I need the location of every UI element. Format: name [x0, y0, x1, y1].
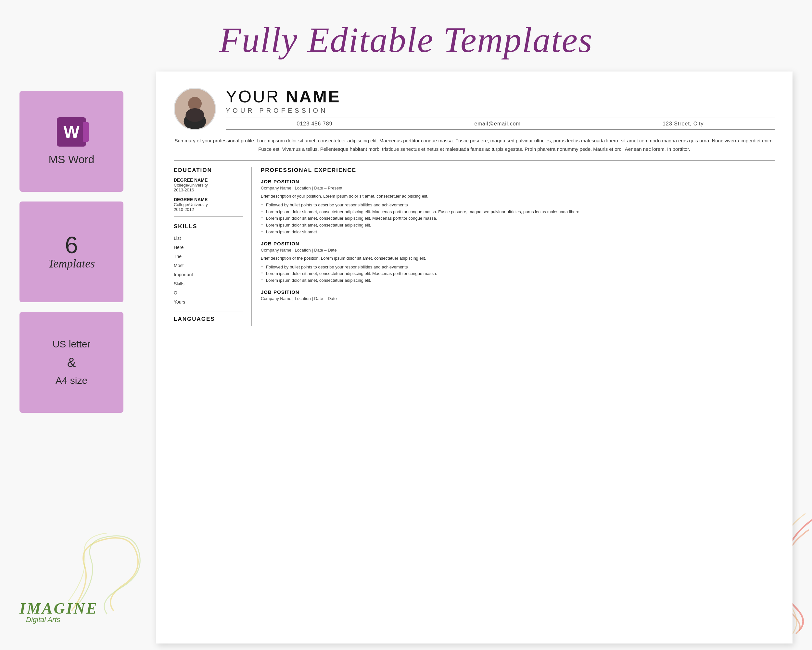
left-panel: W MS Word 6 Templates US letter & A4 siz… [20, 91, 130, 413]
resume-name: YOUR NAME [226, 88, 775, 105]
bullet-1-3: Lorem ipsum dolor sit amet, consectetuer… [266, 215, 775, 222]
skill-8: Yours [174, 297, 243, 306]
job-desc-1: Brief description of your position. Lore… [261, 193, 775, 200]
ms-word-badge: W MS Word [20, 91, 124, 192]
job-desc-2: Brief description of the position. Lorem… [261, 255, 775, 262]
job-bullets-1: Followed by bullet points to describe yo… [261, 202, 775, 236]
logo-main: IMAGINE [20, 599, 98, 617]
title-part1: Fully Editable [219, 20, 443, 60]
resume-columns: EDUCATION DEGREE NAME College/University… [174, 160, 775, 326]
templates-badge: 6 Templates [20, 202, 124, 302]
job-company-2: Company Name | Location | Date – Date [261, 248, 775, 252]
skill-7: Of [174, 288, 243, 297]
divider-2 [174, 311, 243, 311]
edu-entry-2: DEGREE NAME College/University 2010-2012 [174, 197, 243, 212]
job-title-2: JOB POSITION [261, 241, 775, 246]
skill-1: List [174, 234, 243, 243]
resume-col-left: EDUCATION DEGREE NAME College/University… [174, 167, 252, 326]
brand-logo: IMAGINE Digital Arts [20, 599, 98, 624]
divider-1 [174, 216, 243, 217]
edu-degree-2: DEGREE NAME [174, 197, 243, 202]
job-company-3: Company Name | Location | Date – Date [261, 296, 775, 301]
edu-school-2: College/University [174, 202, 243, 207]
name-bold: NAME [286, 87, 341, 106]
size-badge: US letter & A4 size [20, 312, 124, 413]
bullet-1-4: Lorem ipsum dolor sit amet, consectetuer… [266, 222, 775, 229]
edu-degree-1: DEGREE NAME [174, 177, 243, 183]
resume-contact-bar: 0123 456 789 email@email.com 123 Street,… [226, 118, 775, 130]
bullet-2-2: Lorem ipsum dolor sit amet, consectetuer… [266, 271, 775, 277]
templates-number: 6 [65, 233, 78, 257]
templates-label: Templates [48, 257, 95, 271]
svg-point-3 [185, 108, 204, 122]
skill-5: Important [174, 270, 243, 279]
skills-title: SKILLS [174, 223, 243, 230]
ms-word-icon: W [57, 117, 86, 147]
bullet-2-1: Followed by bullet points to describe yo… [266, 264, 775, 271]
job-title-3: JOB POSITION [261, 289, 775, 295]
edu-years-2: 2010-2012 [174, 207, 243, 212]
summary-text: Summary of your professional profile. Lo… [174, 138, 774, 152]
skill-4: Most [174, 261, 243, 270]
contact-address: 123 Street, City [662, 121, 704, 127]
skill-6: Skills [174, 279, 243, 288]
skill-3: The [174, 252, 243, 261]
languages-title: LANGUAGES [174, 316, 243, 323]
page-title: Fully Editable Templates [0, 20, 812, 61]
skill-2: Here [174, 243, 243, 252]
experience-title: PROFESSIONAL EXPERIENCE [261, 167, 775, 174]
word-letter: W [63, 124, 79, 141]
contact-phone: 0123 456 789 [297, 121, 333, 127]
job-company-1: Company Name | Location | Date – Present [261, 185, 775, 190]
size-text: US letter & A4 size [53, 336, 91, 388]
name-regular: YOUR [226, 87, 286, 106]
job-title-1: JOB POSITION [261, 179, 775, 184]
word-icon-bar [83, 122, 89, 142]
ms-word-label: MS Word [48, 153, 94, 166]
contact-email: email@email.com [475, 121, 520, 127]
edu-years-1: 2013-2016 [174, 188, 243, 193]
resume-summary: Summary of your professional profile. Lo… [174, 136, 775, 153]
education-title: EDUCATION [174, 167, 243, 174]
size-line3: A4 size [53, 373, 91, 388]
resume-header: YOUR NAME YOUR PROFESSION 0123 456 789 e… [174, 88, 775, 130]
resume-document: YOUR NAME YOUR PROFESSION 0123 456 789 e… [156, 72, 792, 644]
resume-profession: YOUR PROFESSION [226, 107, 775, 115]
bullet-2-3: Lorem ipsum dolor sit amet, consectetuer… [266, 277, 775, 284]
job-bullets-2: Followed by bullet points to describe yo… [261, 264, 775, 284]
avatar [174, 88, 216, 130]
size-ampersand: & [53, 352, 91, 373]
avatar-silhouette [175, 88, 215, 130]
bullet-1-5: Lorem ipsum dolor sit amet [266, 229, 775, 236]
resume-col-right: PROFESSIONAL EXPERIENCE JOB POSITION Com… [252, 167, 775, 326]
name-block: YOUR NAME YOUR PROFESSION 0123 456 789 e… [226, 88, 775, 130]
bullet-1-1: Followed by bullet points to describe yo… [266, 202, 775, 209]
skills-list: List Here The Most Important Skills Of Y… [174, 234, 243, 306]
title-part2: Templates [443, 20, 593, 60]
edu-school-1: College/University [174, 183, 243, 188]
size-line1: US letter [53, 336, 91, 352]
edu-entry-1: DEGREE NAME College/University 2013-2016 [174, 177, 243, 193]
resume-wrapper: YOUR NAME YOUR PROFESSION 0123 456 789 e… [156, 72, 792, 644]
bullet-1-2: Lorem ipsum dolor sit amet, consectetuer… [266, 209, 775, 216]
